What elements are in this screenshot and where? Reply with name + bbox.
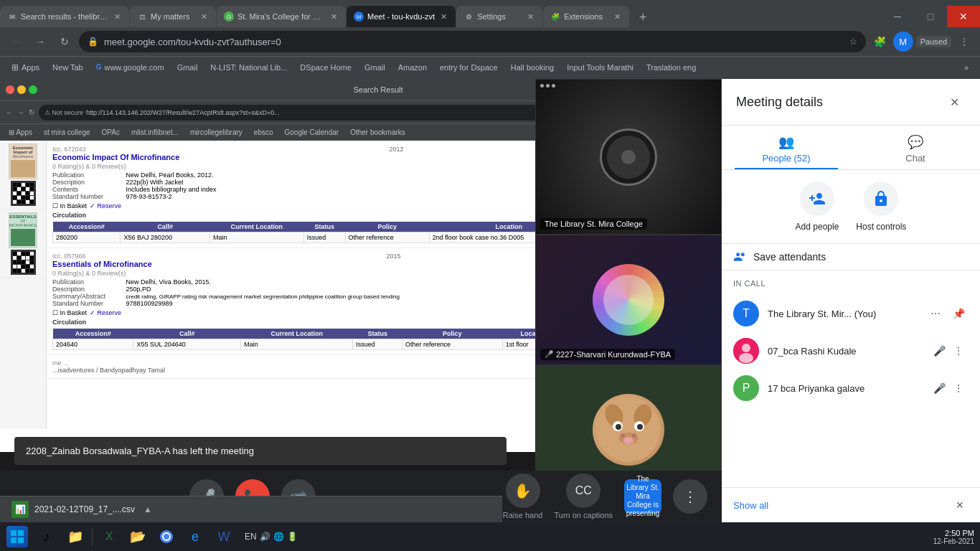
bm-google[interactable]: G www.google.com — [90, 62, 170, 73]
tab-matters[interactable]: ⚖ My matters ✕ — [130, 6, 216, 27]
tab-meet-close[interactable]: ✕ — [438, 11, 448, 22]
library-more-btn[interactable]: ⋯ — [925, 303, 946, 324]
taskbar-clock[interactable]: 2:50 PM 12-Feb-2021 — [933, 529, 977, 545]
bm-new-tab[interactable]: New Tab — [47, 62, 89, 73]
inner-bm-other: Other bookmarks — [346, 128, 410, 137]
reload-button[interactable]: ↻ — [55, 32, 75, 52]
menu-button[interactable]: ⋮ — [954, 32, 974, 52]
rashi-name: 07_bca Rashi Kudale — [768, 346, 925, 357]
reserve-link[interactable]: ✓ Reserve — [90, 202, 121, 209]
tab-mira[interactable]: G St. Mira's College for Gi... ✕ — [217, 6, 346, 27]
windows-logo — [10, 529, 24, 544]
presenting-button[interactable]: The Library St. Mira College is presenti… — [624, 479, 661, 514]
save-attendants-button[interactable]: Save attendants — [722, 244, 980, 270]
taskbar-excel[interactable]: X — [95, 524, 123, 550]
tab-extensions[interactable]: 🧩 Extensions ✕ — [543, 6, 629, 27]
rashi-info: 07_bca Rashi Kudale — [768, 346, 925, 357]
taskbar-folder2[interactable]: 📂 — [124, 524, 151, 550]
reserve2-link[interactable]: ✓ Reserve — [90, 309, 121, 316]
back-button[interactable]: ← — [6, 32, 26, 52]
dismiss-panel-button[interactable]: ✕ — [951, 496, 969, 514]
result-2-std: 9788100929989 — [126, 300, 173, 307]
minimize-button[interactable]: ─ — [881, 6, 914, 27]
captions-button[interactable]: CC Turn on captions — [554, 474, 613, 519]
tab-ext-close[interactable]: ✕ — [612, 11, 622, 22]
maximize-button[interactable]: □ — [914, 6, 947, 27]
file-type-icon: 📊 — [15, 504, 26, 514]
forward-button[interactable]: → — [30, 32, 50, 52]
inner-bm-ebsco: ebsco — [250, 128, 278, 137]
panel-header: Meeting details ✕ — [722, 79, 980, 126]
chrome-taskbar-icon — [159, 529, 174, 544]
inner-close-btn — [6, 85, 14, 94]
bm-google-label: www.google.com — [104, 63, 164, 72]
tab-matters-close[interactable]: ✕ — [199, 11, 209, 22]
bm-more[interactable]: » — [958, 62, 974, 73]
bm-amazon[interactable]: Amazon — [392, 62, 433, 73]
priyanka-avatar: P — [733, 375, 759, 401]
host-controls-action[interactable]: Host controls — [856, 182, 906, 232]
bm-dspace[interactable]: DSpace Home — [294, 62, 357, 73]
r2-policy: Other reference — [402, 339, 503, 350]
media-player-icon: ♪ — [44, 529, 50, 545]
mandala-bg — [536, 235, 721, 364]
tab-settings-title: Settings — [477, 12, 522, 21]
add-people-action[interactable]: Add people — [796, 182, 839, 232]
presenting-icon: The Library St. Mira College is presenti… — [624, 479, 661, 514]
tab-settings[interactable]: ⚙ Settings ✕ — [456, 6, 542, 27]
close-window-button[interactable]: ✕ — [947, 6, 980, 27]
tab-gmail-close[interactable]: ✕ — [112, 11, 122, 22]
show-all-button[interactable]: Show all — [733, 500, 768, 511]
col-location: Current Location — [209, 222, 303, 232]
priyanka-more-btn[interactable]: ⋮ — [948, 378, 969, 398]
new-tab-button[interactable]: + — [633, 7, 653, 27]
taskbar-file-manager[interactable]: 📁 — [62, 524, 89, 550]
apps-bm-icon: ⊞ — [11, 62, 19, 72]
rashi-more-btn[interactable]: ⋮ — [948, 341, 969, 361]
raise-hand-button[interactable]: ✋ Raise hand — [503, 474, 543, 519]
in-basket-label[interactable]: ☐ In Basket — [52, 202, 87, 209]
tab-meet[interactable]: M Meet - tou-kvdu-zvt ✕ — [347, 6, 456, 27]
library-name-text: The Library St. Mira College — [545, 220, 643, 228]
result-2-desc: 250p,PD — [126, 286, 151, 293]
taskbar-chrome[interactable] — [153, 524, 180, 550]
tab-mira-close[interactable]: ✕ — [329, 11, 339, 22]
bm-input-tools[interactable]: Input Tools Marathi — [561, 62, 639, 73]
taskbar-word[interactable]: W — [210, 524, 237, 550]
panel-close-button[interactable]: ✕ — [943, 90, 966, 113]
bm-entry-dspace[interactable]: entry for Dspace — [434, 62, 504, 73]
bm-hall[interactable]: Hall booking — [505, 62, 560, 73]
bm-dspace-label: DSpace Home — [300, 63, 352, 72]
bm-gmail[interactable]: Gmail — [171, 62, 204, 73]
tab-settings-close[interactable]: ✕ — [525, 11, 535, 22]
bm-traslate[interactable]: Traslation eng — [641, 62, 702, 73]
library-pin-btn[interactable]: 📌 — [948, 303, 969, 324]
dot-3 — [552, 84, 555, 88]
tab-ext-title: Extensions — [564, 12, 608, 21]
more-options-button[interactable]: ⋮ — [673, 479, 707, 514]
extensions-button[interactable]: 🧩 — [870, 32, 890, 52]
bm-gmail2[interactable]: Gmail — [359, 62, 391, 73]
profile-avatar[interactable]: M — [893, 32, 913, 52]
bm-apps[interactable]: ⊞ Apps — [6, 61, 45, 74]
star-icon[interactable]: ☆ — [849, 37, 857, 47]
tab-people[interactable]: 👥 People (52) — [722, 126, 851, 169]
presenting-btn-text: The Library St. Mira College is presenti… — [626, 475, 660, 518]
col-call: Call# — [121, 222, 210, 232]
taskbar-ie[interactable]: e — [182, 524, 209, 550]
bm-nlist[interactable]: N-LIST: National Lib... — [204, 62, 293, 73]
tab-chat[interactable]: 💬 Chat — [851, 126, 980, 169]
in-basket2-label[interactable]: ☐ In Basket — [52, 309, 87, 316]
taskbar-media-player[interactable]: ♪ — [33, 524, 60, 550]
tab-gmail[interactable]: ✉ Search results - thelibrari... ✕ — [0, 6, 129, 27]
address-bar[interactable]: 🔒 meet.google.com/tou-kvdu-zvt?authuser=… — [79, 31, 866, 52]
start-button[interactable] — [3, 524, 32, 550]
mira-favicon: G — [224, 11, 234, 22]
save-attendants-icon — [733, 250, 748, 264]
qr-code-1 — [11, 181, 36, 206]
file-caret[interactable]: ▲ — [143, 504, 152, 514]
priyanka-info: 17 bca Priyanka galave — [768, 383, 925, 394]
inner-reload: ↻ — [29, 108, 34, 116]
result-2-summary: credit rating, GIRAPP rating risk manage… — [126, 293, 400, 300]
r1-policy: Other reference — [345, 232, 429, 243]
